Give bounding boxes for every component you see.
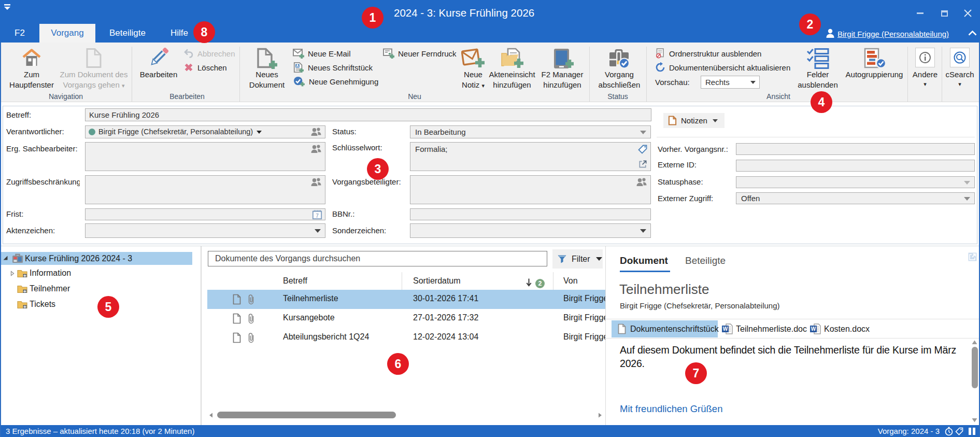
svg-text:W: W <box>811 326 816 332</box>
svg-text:7: 7 <box>316 213 319 219</box>
svg-text:W: W <box>723 326 728 332</box>
